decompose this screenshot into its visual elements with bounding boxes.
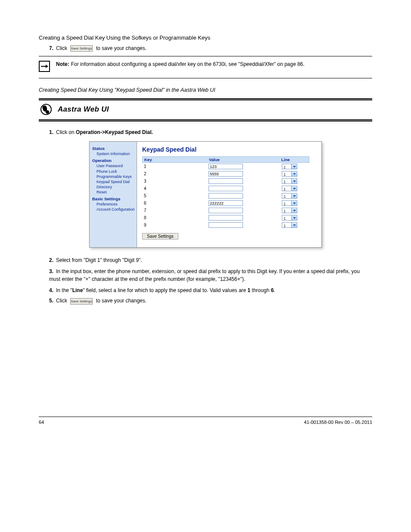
key-cell: 3 <box>144 179 209 184</box>
step-text: through <box>250 287 271 293</box>
sidebar-item-phone-lock[interactable]: Phone Lock <box>97 169 135 174</box>
note-body: For information about configuring a spee… <box>71 61 305 67</box>
table-row: 91 <box>142 221 309 229</box>
step-2: 2.Select from "Digit 1" through "Digit 9… <box>49 257 372 263</box>
step-3: 3.In the input box, enter the phone numb… <box>49 268 372 283</box>
sidebar-status[interactable]: Status <box>92 146 135 151</box>
bold-line: Line <box>72 287 83 293</box>
chevron-down-icon[interactable] <box>291 201 297 205</box>
svg-marker-3 <box>46 65 48 68</box>
key-cell: 9 <box>144 223 209 227</box>
sidebar-item-keypad-speed-dial[interactable]: Keypad Speed Dial <box>97 179 135 184</box>
step-number: 2. <box>49 257 53 263</box>
sidebar-item-system-info[interactable]: System Information <box>97 151 135 156</box>
svg-marker-4 <box>293 166 296 168</box>
sidebar-item-preferences[interactable]: Preferences <box>97 202 135 207</box>
save-settings-button[interactable]: Save Settings <box>142 233 178 240</box>
aastra-ui-header: Aastra Web UI <box>39 98 372 121</box>
save-settings-icon: Save Settings <box>70 298 93 305</box>
line-select-7[interactable]: 1 <box>282 208 297 213</box>
line-select-3[interactable]: 1 <box>282 178 297 184</box>
chevron-down-icon[interactable] <box>291 223 297 227</box>
section-heading-2: Creating Speed Dial Key Using "Keypad Sp… <box>39 87 372 93</box>
sidebar-item-directory[interactable]: Directory <box>97 184 135 190</box>
table-row: 31 <box>142 177 309 185</box>
value-input-7[interactable] <box>209 208 243 213</box>
step-text-after: to save your changes. <box>94 45 146 51</box>
value-input-8[interactable] <box>209 215 243 221</box>
arrow-right-icon <box>39 61 50 72</box>
step-text: . <box>274 287 275 293</box>
line-select-6[interactable]: 1 <box>282 200 297 206</box>
key-cell: 4 <box>144 186 209 191</box>
sidebar-item-account-config[interactable]: Account Configuration <box>97 207 135 212</box>
line-select-4[interactable]: 1 <box>282 186 297 191</box>
key-cell: 2 <box>144 171 209 176</box>
step-text: Click <box>56 45 68 51</box>
step-number: 1. <box>49 129 53 135</box>
svg-marker-5 <box>293 173 296 175</box>
sidebar-item-reset[interactable]: Reset <box>97 190 135 195</box>
page-number: 64 <box>39 420 44 425</box>
note-text: Note:For information about configuring a… <box>56 61 305 68</box>
step-1: 1.Click on Operation->Keypad Speed Dial. <box>49 129 372 135</box>
value-input-9[interactable] <box>209 222 243 228</box>
step-text: Click <box>56 298 68 304</box>
sidebar-operation[interactable]: Operation <box>92 158 135 163</box>
value-input-5[interactable] <box>209 193 243 199</box>
step-text-after: to save your changes. <box>94 298 146 304</box>
chevron-down-icon[interactable] <box>291 186 297 191</box>
table-row: 51 <box>142 192 309 199</box>
key-cell: 7 <box>144 208 209 213</box>
col-value-header: Value <box>209 157 281 162</box>
line-select-2[interactable]: 1 <box>282 171 297 177</box>
svg-marker-7 <box>293 188 296 190</box>
table-row: 71 <box>142 207 309 214</box>
value-input-4[interactable] <box>209 186 243 191</box>
line-select-9[interactable]: 1 <box>282 222 297 228</box>
chevron-down-icon[interactable] <box>291 193 297 198</box>
step-text: " field, select a line for which to appl… <box>83 287 247 293</box>
step-text: In the " <box>56 287 72 293</box>
section-heading: Creating a Speed Dial Key Using the Sofk… <box>39 34 372 41</box>
main-panel: Keypad Speed Dial Key Value Line 1121314… <box>137 142 321 247</box>
svg-marker-9 <box>293 202 296 204</box>
chevron-down-icon[interactable] <box>291 215 297 220</box>
table-row: 11 <box>142 163 309 170</box>
sidebar-item-user-password[interactable]: User Password <box>97 163 135 168</box>
note-box: Note:For information about configuring a… <box>39 56 372 78</box>
save-settings-icon: Save Settings <box>70 45 93 52</box>
table-row: 41 <box>142 185 309 192</box>
step-text: In the input box, enter the phone number… <box>49 268 360 282</box>
step-number: 4. <box>49 287 53 293</box>
operation-keypad-path: Operation->Keypad Speed Dial. <box>76 129 153 135</box>
value-input-3[interactable] <box>209 178 243 184</box>
sidebar-item-programmable-keys[interactable]: Programmable Keys <box>97 174 135 179</box>
line-select-8[interactable]: 1 <box>282 215 297 221</box>
keypad-table: Key Value Line 112131415161718191 <box>142 156 309 229</box>
svg-text:Save Settings: Save Settings <box>71 299 92 303</box>
svg-marker-10 <box>293 210 296 212</box>
value-input-6[interactable] <box>209 200 243 206</box>
svg-marker-8 <box>293 195 296 197</box>
step-number: 7. <box>49 45 53 51</box>
step-text: Select from "Digit 1" through "Digit 9". <box>56 257 142 263</box>
svg-marker-12 <box>293 224 296 226</box>
value-input-2[interactable] <box>209 171 243 177</box>
ui-header-text: Aastra Web UI <box>58 105 109 114</box>
chevron-down-icon[interactable] <box>291 171 297 176</box>
svg-marker-11 <box>293 217 296 219</box>
sidebar-basic-settings[interactable]: Basic Settings <box>92 196 135 201</box>
line-select-1[interactable]: 1 <box>282 164 297 169</box>
sidebar: Status System Information Operation User… <box>90 142 137 247</box>
footer-ref: 41-001358-00 Rev 00 – 05.2011 <box>304 420 372 425</box>
chevron-down-icon[interactable] <box>291 164 297 169</box>
value-input-1[interactable] <box>209 164 243 169</box>
step-5: 5.Click Save Settings to save your chang… <box>49 298 372 304</box>
chevron-down-icon[interactable] <box>291 179 297 184</box>
chevron-down-icon[interactable] <box>291 208 297 213</box>
col-key-header: Key <box>144 157 209 162</box>
panel-title: Keypad Speed Dial <box>142 146 309 153</box>
line-select-5[interactable]: 1 <box>282 193 297 199</box>
col-line-header: Line <box>281 157 307 162</box>
